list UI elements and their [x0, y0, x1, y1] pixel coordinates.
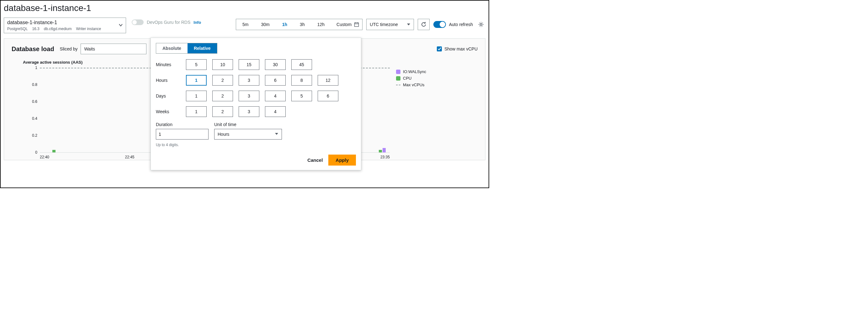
- checkmark-icon: [438, 47, 441, 51]
- ytick: 0.2: [23, 133, 37, 138]
- timerange-1h[interactable]: 1h: [276, 19, 293, 30]
- unit-label: Unit of time: [214, 122, 282, 127]
- minutes-30[interactable]: 30: [265, 59, 286, 70]
- time-mode-tabs: Absolute Relative: [156, 43, 217, 54]
- instance-engine: PostgreSQL: [7, 27, 28, 31]
- duration-input[interactable]: [156, 129, 209, 140]
- weeks-2[interactable]: 2: [212, 106, 233, 117]
- hours-6[interactable]: 6: [265, 75, 286, 86]
- timerange-selector: 5m 30m 1h 3h 12h Custom: [236, 19, 363, 30]
- minutes-45[interactable]: 45: [291, 59, 312, 70]
- info-link[interactable]: Info: [193, 20, 201, 25]
- ytick: 0.8: [23, 83, 37, 87]
- hours-1[interactable]: 1: [186, 75, 207, 86]
- ytick: 0.6: [23, 99, 37, 104]
- days-5[interactable]: 5: [291, 91, 312, 101]
- sliced-by-select[interactable]: Waits: [81, 43, 147, 54]
- sliced-by-value: Waits: [84, 47, 95, 52]
- days-2[interactable]: 2: [212, 91, 233, 101]
- row-label-minutes: Minutes: [156, 62, 186, 67]
- hours-3[interactable]: 3: [239, 75, 259, 86]
- devops-guru-toggle[interactable]: [132, 20, 144, 25]
- hours-2[interactable]: 2: [212, 75, 233, 86]
- hours-8[interactable]: 8: [291, 75, 312, 86]
- instance-class: db.c6gd.medium: [44, 27, 72, 31]
- minutes-10[interactable]: 10: [212, 59, 233, 70]
- svg-rect-0: [355, 23, 359, 27]
- unit-select[interactable]: Hours: [214, 129, 282, 140]
- ytick: 1: [23, 65, 37, 70]
- timezone-select[interactable]: UTC timezone: [366, 19, 414, 30]
- weeks-3[interactable]: 3: [239, 106, 259, 117]
- settings-button[interactable]: [477, 20, 486, 29]
- instance-selector[interactable]: database-1-instance-1 PostgreSQL 16.3 db…: [4, 18, 126, 33]
- caret-down-icon: [275, 132, 278, 137]
- row-label-hours: Hours: [156, 78, 186, 83]
- sliced-by-label: Sliced by: [60, 47, 78, 52]
- days-3[interactable]: 3: [239, 91, 259, 101]
- refresh-icon: [421, 22, 427, 27]
- tab-relative[interactable]: Relative: [188, 43, 217, 53]
- weeks-1[interactable]: 1: [186, 106, 207, 117]
- legend-cpu: CPU: [403, 76, 411, 81]
- days-6[interactable]: 6: [318, 91, 338, 101]
- instance-role: Writer instance: [76, 27, 101, 31]
- svg-point-4: [480, 24, 482, 25]
- xtick: 22:40: [40, 155, 49, 159]
- show-max-vcpu-checkbox[interactable]: [437, 47, 442, 52]
- timerange-30m[interactable]: 30m: [255, 19, 276, 30]
- row-label-days: Days: [156, 93, 186, 98]
- gear-icon: [478, 21, 484, 28]
- cancel-button[interactable]: Cancel: [306, 155, 324, 165]
- timezone-label: UTC timezone: [370, 22, 398, 27]
- minutes-15[interactable]: 15: [239, 59, 259, 70]
- auto-refresh-toggle[interactable]: [433, 21, 446, 28]
- apply-button[interactable]: Apply: [328, 155, 356, 165]
- caret-down-icon: [119, 23, 123, 28]
- duration-label: Duration: [156, 122, 209, 127]
- page-title: database-1-instance-1: [1, 1, 489, 18]
- row-label-weeks: Weeks: [156, 109, 186, 114]
- xtick: 23:35: [380, 155, 390, 159]
- show-max-vcpu-label: Show max vCPU: [444, 47, 477, 52]
- tab-absolute[interactable]: Absolute: [156, 43, 188, 53]
- bar-cpu: [379, 150, 382, 152]
- timerange-12h[interactable]: 12h: [311, 19, 331, 30]
- bar-cpu: [52, 150, 56, 152]
- devops-guru-label: DevOps Guru for RDS: [147, 20, 190, 25]
- timerange-3h[interactable]: 3h: [293, 19, 311, 30]
- auto-refresh-label: Auto refresh: [449, 22, 473, 27]
- minutes-5[interactable]: 5: [186, 59, 207, 70]
- legend-maxvcpu: Max vCPUs: [403, 83, 425, 87]
- timerange-custom[interactable]: Custom: [331, 19, 362, 30]
- ytick: 0: [23, 150, 37, 155]
- xtick: 22:45: [125, 155, 134, 159]
- swatch-cpu: [396, 76, 400, 81]
- caret-down-icon: [407, 23, 410, 26]
- legend-walsync: IO:WALSync: [403, 69, 426, 74]
- instance-version: 16.3: [32, 27, 39, 31]
- instance-name: database-1-instance-1: [7, 20, 115, 25]
- weeks-4[interactable]: 4: [265, 106, 286, 117]
- bar-walsync: [382, 148, 386, 152]
- calendar-icon: [354, 22, 359, 27]
- refresh-button[interactable]: [418, 19, 430, 30]
- swatch-maxvcpu: [396, 85, 400, 85]
- hours-12[interactable]: 12: [318, 75, 338, 86]
- legend: IO:WALSync CPU Max vCPUs: [396, 60, 477, 89]
- panel-title: Database load: [11, 46, 54, 53]
- swatch-walsync: [396, 70, 400, 74]
- unit-value: Hours: [218, 132, 229, 137]
- days-1[interactable]: 1: [186, 91, 207, 101]
- ytick: 0.4: [23, 116, 37, 121]
- timerange-custom-label: Custom: [337, 22, 351, 27]
- timerange-5m[interactable]: 5m: [236, 19, 255, 30]
- custom-time-popover: Absolute Relative Minutes 5 10 15 30 45 …: [151, 38, 361, 170]
- days-4[interactable]: 4: [265, 91, 286, 101]
- duration-hint: Up to 4 digits.: [156, 143, 209, 147]
